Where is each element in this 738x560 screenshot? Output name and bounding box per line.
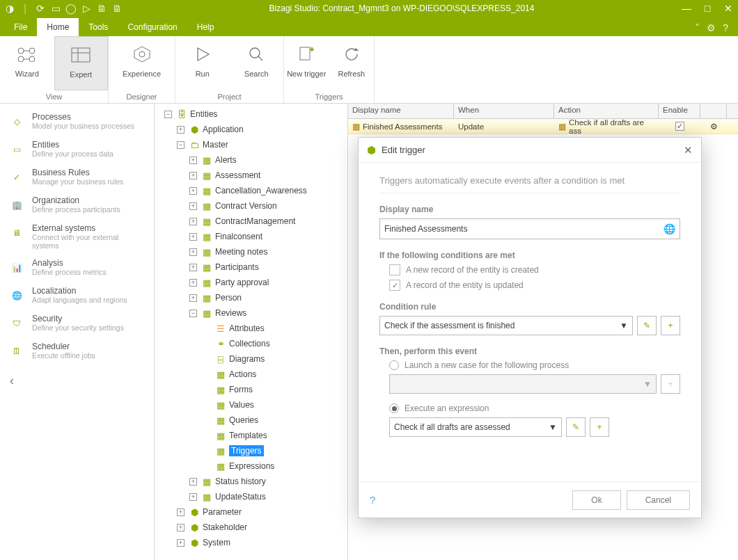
add-expression-button[interactable]: + (590, 417, 609, 437)
app-icon: ◑ (4, 3, 15, 14)
entity-icon: ▦ (201, 231, 212, 242)
tree-status-history[interactable]: +▦Status history (156, 474, 346, 489)
col-display-name[interactable]: Display name (348, 104, 454, 118)
nav-processes[interactable]: ◇ProcessesModel your business processes (3, 108, 151, 136)
nav-localization[interactable]: 🌐LocalizationAdapt languages and regions (3, 282, 151, 310)
ribbon-search[interactable]: Search (230, 36, 284, 90)
row-gear-icon[interactable]: ⚙ (710, 122, 718, 131)
dialog-help-icon[interactable]: ? (370, 494, 375, 506)
ribbon-experience[interactable]: Experience (109, 36, 175, 90)
svg-point-10 (139, 51, 145, 57)
nav-analysis[interactable]: 📊AnalysisDefine process metrics (3, 254, 151, 282)
col-enable[interactable]: Enable (659, 104, 700, 118)
dialog-close-button[interactable]: ✕ (684, 144, 693, 157)
nav-back[interactable]: ‹ (3, 365, 151, 397)
condition-rule-dropdown[interactable]: Check if the assessment is finished▼ (379, 316, 633, 335)
display-name-field[interactable]: 🌐 (379, 218, 680, 239)
tree-meeting-notes[interactable]: +▦Meeting notes (156, 244, 346, 259)
tree-finalconsent[interactable]: +▦Finalconsent (156, 229, 346, 244)
tree-attributes[interactable]: ☰Attributes (156, 321, 346, 336)
checkbox-update[interactable]: ✓A record of the entity is updated (389, 280, 680, 291)
svg-point-0 (18, 48, 24, 54)
nav-organization[interactable]: 🏢OrganizationDefine process participants (3, 191, 151, 219)
tree-contract-management[interactable]: +▦ContractManagement (156, 214, 346, 229)
svg-marker-9 (134, 47, 150, 62)
entity-icon: ▦ (201, 216, 212, 227)
qat-window-icon[interactable]: ▭ (50, 3, 61, 14)
add-rule-button[interactable]: + (661, 316, 680, 335)
processes-icon: ◇ (7, 112, 26, 131)
ok-button[interactable]: Ok (572, 490, 620, 510)
tree-collections[interactable]: ⚭Collections (156, 336, 346, 351)
expression-dropdown[interactable]: Check if all drafts are assessed▼ (389, 417, 562, 437)
nav-entities[interactable]: ▭EntitiesDefine your process data (3, 136, 151, 163)
tree-reviews[interactable]: −▦Reviews (156, 305, 346, 321)
ribbon-refresh[interactable]: Refresh (329, 36, 375, 90)
tree-application[interactable]: +⬢Application (156, 122, 346, 137)
tree-stakeholder[interactable]: +⬢Stakeholder (156, 520, 346, 535)
tree-contract-version[interactable]: +▦Contract Version (156, 198, 346, 214)
qat-play-icon[interactable]: ▷ (81, 3, 92, 14)
tree-alerts[interactable]: +▦Alerts (156, 152, 346, 168)
enable-checkbox[interactable] (675, 122, 684, 131)
qat-user-icon[interactable]: ◯ (65, 3, 77, 14)
localize-icon[interactable]: 🌐 (664, 223, 675, 234)
checkbox-create[interactable]: A new record of the entity is created (389, 264, 680, 275)
tree-participants[interactable]: +▦Participants (156, 259, 346, 275)
col-when[interactable]: When (454, 104, 554, 118)
tree-parameter[interactable]: +⬢Parameter (156, 504, 346, 520)
tab-tools[interactable]: Tools (79, 18, 118, 36)
tab-file[interactable]: File (4, 18, 37, 36)
edit-expression-button[interactable]: ✎ (566, 417, 586, 437)
ribbon-wizard[interactable]: Wizard (0, 36, 54, 90)
collapse-ribbon-icon[interactable]: ˄ (695, 22, 700, 33)
tree-cancellation[interactable]: +▦Cancellation_Awareness (156, 183, 346, 198)
radio-launch-case[interactable]: Launch a new case for the following proc… (389, 360, 680, 370)
dialog-description: Triggers automatically execute events af… (379, 173, 680, 193)
maximize-button[interactable]: □ (702, 3, 713, 14)
tree-master[interactable]: −🗀Master (156, 137, 346, 152)
qat-doc1-icon[interactable]: 🗎 (96, 3, 107, 14)
expert-icon (70, 44, 92, 66)
nav-external-systems[interactable]: 🖥External systemsConnect with your exter… (3, 219, 151, 254)
title-bar: ◑ | ⟳ ▭ ◯ ▷ 🗎 🗎 Bizagi Studio: Contract_… (0, 0, 738, 17)
ribbon-expert[interactable]: Expert (54, 36, 109, 90)
close-button[interactable]: ✕ (723, 3, 734, 14)
tree-person[interactable]: +▦Person (156, 290, 346, 305)
tree-queries[interactable]: ▦Queries (156, 413, 346, 428)
ribbon-run[interactable]: Run (175, 36, 230, 90)
tree-triggers[interactable]: ▦Triggers (156, 443, 346, 458)
nav-security[interactable]: 🛡SecurityDefine your security settings (3, 310, 151, 337)
cancel-button[interactable]: Cancel (627, 490, 690, 510)
tree-system[interactable]: +⬢System (156, 535, 346, 550)
svg-point-1 (29, 48, 35, 54)
tree-forms[interactable]: ▦Forms (156, 382, 346, 397)
tree-assessment[interactable]: +▦Assessment (156, 168, 346, 183)
menu-bar: File Home Tools Configuration Help ˄ ⚙ ? (0, 17, 738, 36)
tree-diagrams[interactable]: ⌸Diagrams (156, 351, 346, 367)
nav-business-rules[interactable]: ✓Business RulesManage your business rule… (3, 163, 151, 191)
qat-refresh-icon[interactable]: ⟳ (35, 3, 46, 14)
tree-update-status[interactable]: +▦UpdateStatus (156, 489, 346, 504)
tree-party-approval[interactable]: +▦Party approval (156, 275, 346, 290)
tab-help[interactable]: Help (187, 18, 224, 36)
tree-actions[interactable]: ▦Actions (156, 367, 346, 382)
settings-gear-icon[interactable]: ⚙ (707, 22, 716, 33)
tab-home[interactable]: Home (37, 18, 79, 36)
display-name-input[interactable] (384, 224, 664, 234)
tab-configuration[interactable]: Configuration (118, 18, 187, 36)
entity-icon: ▦ (201, 476, 212, 487)
qat-doc2-icon[interactable]: 🗎 (111, 3, 123, 14)
tree-entities[interactable]: −🗄Entities (156, 106, 346, 122)
edit-trigger-dialog: ⬢ Edit trigger ✕ Triggers automatically … (358, 137, 702, 518)
radio-execute-expression[interactable]: Execute an expression (389, 403, 680, 413)
tree-expressions[interactable]: ▦Expressions (156, 458, 346, 474)
trigger-row[interactable]: ▦Finished Assessments Update ▦Check if a… (348, 119, 738, 134)
tree-values[interactable]: ▦Values (156, 397, 346, 413)
ribbon-new-trigger[interactable]: New trigger (284, 36, 329, 90)
tree-templates[interactable]: ▦Templates (156, 428, 346, 443)
help-icon[interactable]: ? (723, 22, 728, 33)
edit-rule-button[interactable]: ✎ (637, 316, 657, 335)
nav-scheduler[interactable]: 🗓SchedulerExecute offline jobs (3, 337, 151, 365)
minimize-button[interactable]: — (681, 3, 692, 14)
